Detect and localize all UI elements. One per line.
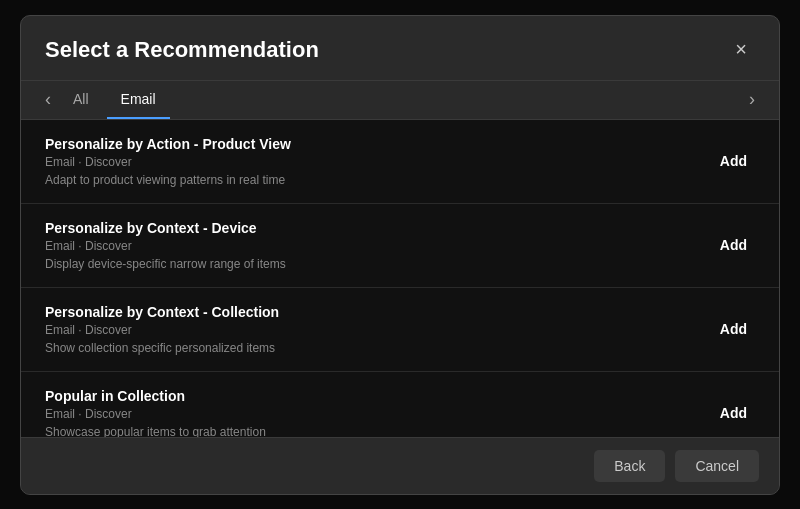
list-item: Personalize by Context - Device Email · … xyxy=(21,204,779,288)
item-info: Popular in Collection Email · Discover S… xyxy=(45,388,696,437)
modal-header: Select a Recommendation × xyxy=(21,16,779,81)
item-title: Personalize by Context - Collection xyxy=(45,304,696,320)
item-info: Personalize by Context - Collection Emai… xyxy=(45,304,696,355)
list-item: Personalize by Context - Collection Emai… xyxy=(21,288,779,372)
list-item: Personalize by Action - Product View Ema… xyxy=(21,120,779,204)
tab-email[interactable]: Email xyxy=(107,81,170,119)
item-tags: Email · Discover xyxy=(45,323,696,337)
item-info: Personalize by Context - Device Email · … xyxy=(45,220,696,271)
modal-footer: Back Cancel xyxy=(21,437,779,494)
modal: Select a Recommendation × ‹ All Email › … xyxy=(20,15,780,495)
tabs-container: All Email xyxy=(59,81,741,119)
cancel-button[interactable]: Cancel xyxy=(675,450,759,482)
item-tags: Email · Discover xyxy=(45,239,696,253)
item-title: Personalize by Action - Product View xyxy=(45,136,696,152)
modal-overlay: Select a Recommendation × ‹ All Email › … xyxy=(0,0,800,509)
add-button-1[interactable]: Add xyxy=(712,233,755,257)
add-button-2[interactable]: Add xyxy=(712,317,755,341)
back-button[interactable]: Back xyxy=(594,450,665,482)
item-title: Popular in Collection xyxy=(45,388,696,404)
add-button-3[interactable]: Add xyxy=(712,401,755,425)
item-description: Show collection specific personalized it… xyxy=(45,341,696,355)
modal-title: Select a Recommendation xyxy=(45,37,319,63)
add-button-0[interactable]: Add xyxy=(712,149,755,173)
content-area: Personalize by Action - Product View Ema… xyxy=(21,120,779,437)
tab-left-arrow[interactable]: ‹ xyxy=(37,81,59,118)
tab-all[interactable]: All xyxy=(59,81,103,119)
item-info: Personalize by Action - Product View Ema… xyxy=(45,136,696,187)
item-title: Personalize by Context - Device xyxy=(45,220,696,236)
close-button[interactable]: × xyxy=(727,36,755,64)
item-tags: Email · Discover xyxy=(45,155,696,169)
tab-right-arrow[interactable]: › xyxy=(741,81,763,118)
list-item: Popular in Collection Email · Discover S… xyxy=(21,372,779,437)
item-description: Showcase popular items to grab attention xyxy=(45,425,696,437)
item-description: Adapt to product viewing patterns in rea… xyxy=(45,173,696,187)
item-description: Display device-specific narrow range of … xyxy=(45,257,696,271)
tabs-row: ‹ All Email › xyxy=(21,81,779,120)
item-tags: Email · Discover xyxy=(45,407,696,421)
